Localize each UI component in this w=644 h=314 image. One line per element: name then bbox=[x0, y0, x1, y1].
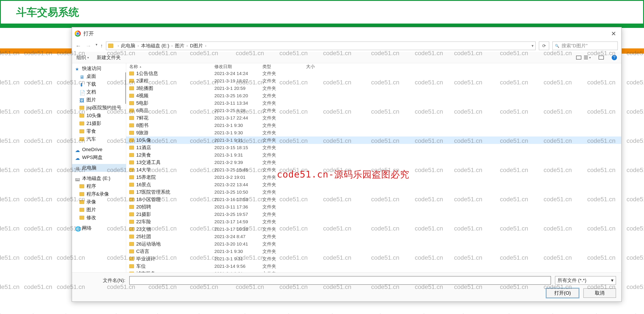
address-box[interactable]: › 此电脑 › 本地磁盘 (E:) › 图片 › D图片 › ▾ bbox=[106, 41, 536, 50]
file-row[interactable]: 车位2021-3-14 9:56文件夹 bbox=[126, 263, 621, 270]
file-row[interactable]: 11酒店2021-3-15 18:15文件夹 bbox=[126, 144, 621, 151]
app-header: 斗车交易系统 bbox=[0, 0, 644, 23]
folder-icon bbox=[129, 250, 134, 253]
nav-quick-item[interactable]: 零食 bbox=[72, 127, 126, 135]
folder-icon bbox=[80, 216, 84, 220]
open-button[interactable]: 打开(O) bbox=[546, 288, 579, 298]
nav-quick-item[interactable]: 🖥桌面 bbox=[72, 72, 126, 80]
file-name: 1公告信息 bbox=[136, 70, 214, 77]
file-row[interactable]: 13交通工具2021-3-2 9:39文件夹 bbox=[126, 159, 621, 166]
nav-network[interactable]: 🌐网络 bbox=[72, 224, 126, 232]
search-icon: 🔍 bbox=[555, 44, 559, 48]
file-row[interactable]: 9旅游2021-3-1 9:30文件夹 bbox=[126, 129, 621, 136]
filename-input[interactable] bbox=[129, 276, 551, 285]
file-row[interactable]: 4视频2021-3-25 16:20文件夹 bbox=[126, 92, 621, 99]
folder-icon bbox=[129, 153, 134, 157]
nav-drive-subitem[interactable]: 程序 bbox=[72, 182, 126, 190]
forward-icon[interactable]: → bbox=[86, 42, 91, 49]
file-type: 文件夹 bbox=[262, 182, 306, 188]
nav-quick-item[interactable]: 🖼图片 bbox=[72, 96, 126, 104]
nav-quick-item[interactable]: 📄文档 bbox=[72, 88, 126, 96]
file-row[interactable]: 1公告信息2021-3-24 14:24文件夹 bbox=[126, 70, 621, 77]
file-filter-dropdown[interactable]: 所有文件 (*.*)▾ bbox=[555, 276, 616, 285]
file-row[interactable]: 8图书2021-3-1 9:30文件夹 bbox=[126, 122, 621, 129]
file-row[interactable]: 5电影2021-3-11 13:34文件夹 bbox=[126, 99, 621, 107]
view-large-icon[interactable] bbox=[598, 56, 604, 59]
drive-icon: 🖴 bbox=[75, 176, 80, 180]
file-row[interactable]: 21摄影2021-3-25 19:57文件夹 bbox=[126, 211, 621, 218]
file-date: 2021-3-15 18:15 bbox=[214, 145, 262, 150]
file-row[interactable]: 7鲜花2021-3-17 22:44文件夹 bbox=[126, 114, 621, 122]
help-icon[interactable]: ? bbox=[612, 55, 617, 60]
file-rows[interactable]: 1公告信息2021-3-24 14:24文件夹2课程2021-3-19 18:0… bbox=[126, 70, 621, 272]
folder-icon bbox=[129, 71, 134, 75]
col-date[interactable]: 修改日期 bbox=[214, 64, 262, 69]
file-date: 2021-3-22 13:44 bbox=[214, 182, 262, 187]
file-row[interactable]: 10头像2021-3-1 9:31文件夹 bbox=[126, 136, 621, 144]
nav-this-pc[interactable]: 🖥此电脑 bbox=[72, 164, 126, 172]
folder-icon bbox=[129, 190, 134, 194]
col-name[interactable]: 名称 ▴ bbox=[129, 64, 214, 69]
nav-quick-item[interactable]: jsp医院预约挂号 bbox=[72, 104, 126, 112]
crumb-pc[interactable]: 此电脑 bbox=[121, 42, 135, 49]
watermark-text: code51.cn bbox=[57, 313, 85, 314]
crumb-drive[interactable]: 本地磁盘 (E:) bbox=[141, 42, 170, 49]
up-icon[interactable]: ↑ bbox=[100, 43, 103, 49]
file-row[interactable]: 12美食2021-3-1 9:31文件夹 bbox=[126, 151, 621, 159]
nav-drive-subitem[interactable]: 修改 bbox=[72, 214, 126, 222]
folder-icon bbox=[129, 138, 134, 142]
file-row[interactable]: 6商品2021-3-25 9:28文件夹 bbox=[126, 107, 621, 114]
folder-icon bbox=[80, 192, 84, 196]
nav-drive-e[interactable]: 🖴本地磁盘 (E:) bbox=[72, 174, 126, 182]
nav-drive-subitem[interactable]: 录像 bbox=[72, 198, 126, 206]
recent-dropdown-icon[interactable]: ▾ bbox=[96, 42, 97, 49]
dialog-titlebar: 打开 ✕ bbox=[72, 27, 621, 40]
search-input[interactable]: 🔍 搜索"D图片" bbox=[552, 41, 618, 50]
nav-quick-item[interactable]: 汽车 bbox=[72, 135, 126, 143]
close-icon[interactable]: ✕ bbox=[608, 29, 619, 38]
file-row[interactable]: 14大学2021-3-25 15:45文件夹 bbox=[126, 166, 621, 174]
file-row[interactable]: 2课程2021-3-19 18:07文件夹 bbox=[126, 77, 621, 85]
back-icon[interactable]: ← bbox=[76, 42, 81, 49]
crumb-pics[interactable]: 图片 bbox=[175, 42, 184, 49]
folder-icon bbox=[129, 101, 134, 105]
file-row[interactable]: 毕业设计2021-3-1 9:31文件夹 bbox=[126, 255, 621, 263]
file-row[interactable]: 3轮播图2021-3-1 20:59文件夹 bbox=[126, 85, 621, 92]
col-type[interactable]: 类型 bbox=[262, 64, 306, 69]
crumb-dpics[interactable]: D图片 bbox=[190, 42, 203, 49]
file-row[interactable]: 20招聘2021-3-11 17:36文件夹 bbox=[126, 203, 621, 211]
file-name: 4视频 bbox=[136, 92, 214, 99]
address-dropdown-icon[interactable]: ▾ bbox=[532, 43, 534, 48]
file-row[interactable]: 23文物2021-3-17 16:33文件夹 bbox=[126, 226, 621, 233]
watermark-text: code51.cn bbox=[24, 284, 52, 291]
col-size[interactable]: 大小 bbox=[306, 64, 332, 69]
watermark-text: code51.cn bbox=[587, 313, 616, 314]
file-row[interactable]: 16景点2021-3-22 13:44文件夹 bbox=[126, 181, 621, 188]
nav-quick-access[interactable]: ★快速访问 bbox=[72, 64, 126, 72]
nav-drive-subitem[interactable]: 图片 bbox=[72, 206, 126, 214]
nav-quick-item[interactable]: 10头像 bbox=[72, 112, 126, 119]
watermark-text: code51.cn bbox=[626, 225, 644, 232]
nav-wps[interactable]: ☁WPS网盘 bbox=[72, 154, 126, 161]
file-row[interactable]: 26运动场地2021-3-20 10:41文件夹 bbox=[126, 240, 621, 248]
nav-arrows: ← → ▾ bbox=[76, 42, 97, 49]
new-folder-button[interactable]: 新建文件夹 bbox=[97, 54, 121, 61]
file-row[interactable]: 22车险2021-3-17 14:59文件夹 bbox=[126, 218, 621, 226]
file-row[interactable]: 25社团2021-3-24 8:47文件夹 bbox=[126, 233, 621, 240]
nav-onedrive[interactable]: ☁OneDrive bbox=[72, 146, 126, 154]
file-type: 文件夹 bbox=[262, 271, 306, 272]
file-row[interactable]: 15养老院2021-3-2 19:01文件夹 bbox=[126, 174, 621, 181]
view-details-icon[interactable]: ▾ bbox=[576, 56, 591, 59]
cancel-button[interactable]: 取消 bbox=[583, 288, 616, 298]
file-row[interactable]: C语言2021-3-1 9:30文件夹 bbox=[126, 248, 621, 255]
file-row[interactable]: 17医院管理系统2021-3-25 10:50文件夹 bbox=[126, 188, 621, 196]
file-row[interactable]: 城市服务2021-3-1 9:31文件夹 bbox=[126, 270, 621, 272]
refresh-button[interactable]: ⟳ bbox=[539, 41, 549, 50]
organize-button[interactable]: 组织▾ bbox=[76, 54, 89, 61]
nav-quick-item[interactable]: ⬇下载 bbox=[72, 80, 126, 88]
nav-quick-item[interactable]: 21摄影 bbox=[72, 119, 126, 127]
file-type: 文件夹 bbox=[262, 211, 306, 217]
nav-drive-subitem[interactable]: 程序&录像 bbox=[72, 190, 126, 198]
folder-icon bbox=[129, 94, 134, 98]
file-row[interactable]: 18小区管理2021-3-16 17:53文件夹 bbox=[126, 196, 621, 203]
